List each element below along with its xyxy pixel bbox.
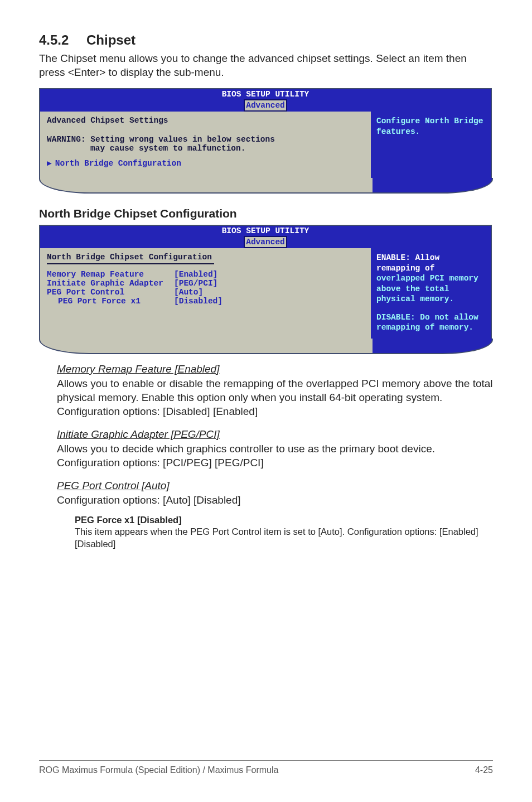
- bios-warning: WARNING: Setting wrong values in below s…: [47, 135, 364, 153]
- bios-tab: Advanced: [244, 99, 287, 112]
- bios-title: BIOS SETUP UTILITY: [222, 226, 309, 236]
- help-line: remapping of: [376, 263, 485, 274]
- bios-bottom-curve: [39, 345, 493, 353]
- cfg-value: [PEG/PCI]: [174, 279, 217, 288]
- bios-body: Advanced Chipset Settings WARNING: Setti…: [40, 112, 491, 178]
- cfg-label: PEG Port Control: [47, 288, 174, 297]
- bios-body: North Bridge Chipset Configuration Memor…: [40, 248, 491, 339]
- page-footer: ROG Maximus Formula (Special Edition) / …: [39, 760, 493, 775]
- cfg-label: PEG Port Force x1: [58, 297, 174, 306]
- bios-help-pane: Configure North Bridge features.: [371, 112, 491, 178]
- north-bridge-heading: North Bridge Chipset Configuration: [39, 207, 493, 220]
- bios-left-title: Advanced Chipset Settings: [47, 116, 364, 125]
- bios-nav-label: North Bridge Configuration: [55, 159, 181, 168]
- intro-paragraph: The Chipset menu allows you to change th…: [39, 51, 493, 79]
- bios-warning-line1: WARNING: Setting wrong values in below s…: [47, 135, 364, 144]
- item-peg-port-control: PEG Port Control [Auto] Configuration op…: [57, 480, 493, 507]
- cfg-row-peg-port-control[interactable]: PEG Port Control [Auto]: [47, 288, 364, 297]
- help-line: overlapped PCI memory: [376, 273, 485, 284]
- bios-help-text: Configure North Bridge features.: [376, 117, 483, 136]
- cfg-label: Initiate Graphic Adapter: [47, 279, 174, 288]
- item-body: Allows you to enable or disable the rema…: [57, 376, 493, 418]
- footer-left: ROG Maximus Formula (Special Edition) / …: [39, 765, 278, 775]
- section-number: 4.5.2: [39, 32, 86, 48]
- bios-help-pane: ENABLE: Allow remapping of overlapped PC…: [371, 248, 491, 339]
- bios-panel-north-bridge: BIOS SETUP UTILITY Advanced North Bridge…: [39, 225, 492, 340]
- sub-item-title: PEG Force x1 [Disabled]: [75, 515, 493, 525]
- item-body: Configuration options: [Auto] [Disabled]: [57, 493, 493, 507]
- help-line: physical memory.: [376, 294, 485, 305]
- bios-tab: Advanced: [244, 236, 287, 248]
- item-title: Memory Remap Feature [Enabled]: [57, 363, 493, 375]
- cfg-row-initiate-graphic[interactable]: Initiate Graphic Adapter [PEG/PCI]: [47, 279, 364, 288]
- cfg-row-peg-force-x1[interactable]: PEG Port Force x1 [Disabled]: [47, 297, 364, 306]
- bios-warning-line2: may cause system to malfunction.: [47, 144, 364, 153]
- cfg-value: [Auto]: [174, 288, 203, 297]
- section-heading: 4.5.2Chipset: [39, 32, 493, 48]
- triangle-right-icon: ▶: [47, 158, 52, 168]
- item-initiate-graphic: Initiate Graphic Adapter [PEG/PCI] Allow…: [57, 428, 493, 470]
- bios-titlebar: BIOS SETUP UTILITY Advanced: [40, 226, 491, 248]
- help-line: above the total: [376, 284, 485, 294]
- bios-left-pane: North Bridge Chipset Configuration Memor…: [40, 248, 371, 339]
- bios-left-pane: Advanced Chipset Settings WARNING: Setti…: [40, 112, 371, 178]
- item-title: Initiate Graphic Adapter [PEG/PCI]: [57, 428, 493, 441]
- footer-page-number: 4-25: [475, 765, 493, 775]
- section-title: Chipset: [86, 32, 136, 47]
- bios-titlebar: BIOS SETUP UTILITY Advanced: [40, 89, 491, 112]
- sub-item-peg-force: PEG Force x1 [Disabled] This item appear…: [75, 515, 493, 549]
- bios-title: BIOS SETUP UTILITY: [222, 89, 309, 99]
- cfg-value: [Disabled]: [174, 297, 223, 306]
- cfg-value: [Enabled]: [174, 270, 217, 279]
- help-line: remapping of memory.: [376, 322, 485, 333]
- help-line: ENABLE: Allow: [376, 253, 485, 263]
- bios-bottom-curve: [39, 185, 493, 192]
- spacer: [376, 305, 485, 312]
- item-memory-remap: Memory Remap Feature [Enabled] Allows yo…: [57, 363, 493, 418]
- item-title: PEG Port Control [Auto]: [57, 480, 493, 492]
- bios-left-title: North Bridge Chipset Configuration: [47, 253, 364, 262]
- cfg-row-memory-remap[interactable]: Memory Remap Feature [Enabled]: [47, 270, 364, 279]
- sub-item-body: This item appears when the PEG Port Cont…: [75, 526, 493, 549]
- bios-panel-chipset: BIOS SETUP UTILITY Advanced Advanced Chi…: [39, 88, 492, 179]
- cfg-label: Memory Remap Feature: [47, 270, 174, 279]
- bios-nav-north-bridge[interactable]: ▶North Bridge Configuration: [47, 158, 364, 168]
- bios-divider: [47, 263, 214, 264]
- help-line: DISABLE: Do not allow: [376, 312, 485, 323]
- item-body: Allows you to decide which graphics cont…: [57, 442, 493, 470]
